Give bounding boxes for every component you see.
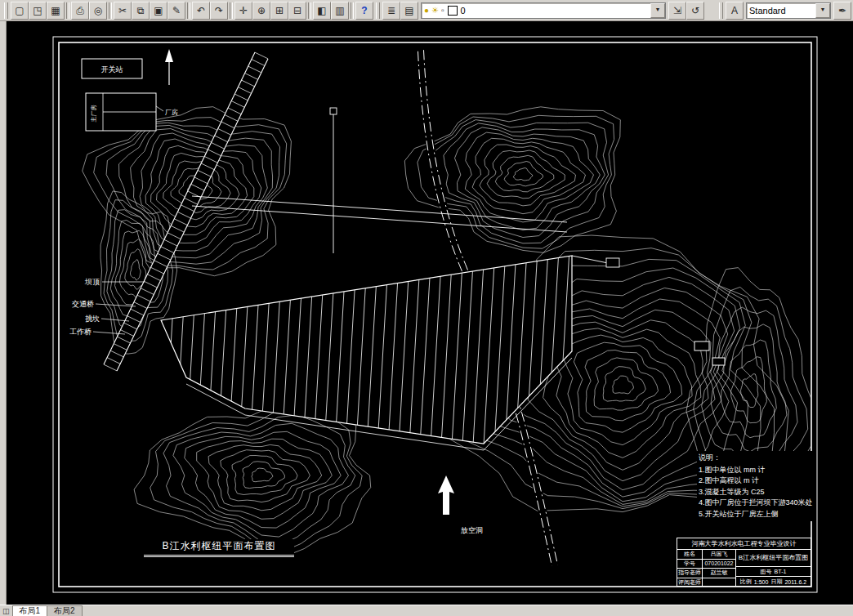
toolbar: ▢ ◳ ▦ ⎙ ◎ ✂ ⧉ ▣ ✎ ↶ ↷ ✛ ⊕ ⊞ ⊟ ◧ ▥ ? ≣ ▤ … <box>0 0 853 21</box>
toolbar-grip[interactable] <box>376 2 380 19</box>
help-icon[interactable]: ? <box>355 2 373 20</box>
style-toolbar-group: A Standard ▼ ✒ <box>717 2 851 20</box>
emptying-tunnel-label: 放空洞 <box>461 526 483 534</box>
cursor-arrow <box>438 475 454 515</box>
pan-icon[interactable]: ✛ <box>234 2 252 20</box>
properties-icon[interactable]: ◧ <box>313 2 331 20</box>
note-item: 3.混凝土等级为 C25 <box>699 487 813 498</box>
app-window: ▢ ◳ ▦ ⎙ ◎ ✂ ⧉ ▣ ✎ ↶ ↷ ✛ ⊕ ⊞ ⊟ ◧ ▥ ? ≣ ▤ … <box>0 0 853 616</box>
title-block-row: 姓名 吕国飞 <box>677 550 735 560</box>
toolbar-separator <box>351 2 354 19</box>
toolbar-separator <box>109 2 112 19</box>
make-layer-current-icon[interactable]: ⇲ <box>668 2 686 20</box>
title-block-header: 河南大学水利水电工程专业毕业设计 <box>677 538 811 550</box>
toolbar-separator <box>187 2 190 19</box>
reviewer-label: 评阅老师 <box>677 578 703 587</box>
date-value: 2011.6.2 <box>784 579 806 585</box>
layer-combo[interactable]: ● ☀ ▫ 0 ▼ <box>421 2 666 19</box>
powerhouse-mark-2 <box>712 358 725 365</box>
toolbar-separator <box>230 2 233 19</box>
north-arrow-icon <box>165 49 173 62</box>
plot-preview-icon[interactable]: ◎ <box>89 2 107 20</box>
scale-value: 1:500 <box>754 579 769 585</box>
scale-label: 比例 <box>740 578 752 586</box>
chevron-down-icon[interactable]: ▼ <box>650 3 665 18</box>
zoom-previous-icon[interactable]: ⊟ <box>288 2 306 20</box>
flip-bucket-label: 挑坎 <box>85 315 100 323</box>
dam-crest-label: 坝顶 <box>84 278 100 286</box>
title-block: 河南大学水利水电工程专业毕业设计 姓名 吕国飞 学号 070201022 指导老… <box>677 538 811 587</box>
axis-marker <box>330 108 337 114</box>
name-label: 姓名 <box>677 550 703 559</box>
notes-heading: 说明： <box>699 453 813 464</box>
layer-color-chip <box>448 6 458 16</box>
toolbar-separator <box>308 2 311 19</box>
approach-line-1 <box>192 196 567 222</box>
note-item: 1.图中单位以 mm 计 <box>699 465 813 476</box>
copy-icon[interactable]: ⧉ <box>132 2 150 20</box>
reviewer-value <box>703 578 735 587</box>
layout-tabs-icon: ◫ <box>2 607 10 615</box>
toolbar-grip[interactable] <box>719 2 723 19</box>
layer-freeze-icon: ☀ <box>431 6 439 15</box>
cut-icon[interactable]: ✂ <box>114 2 132 20</box>
chevron-down-icon[interactable]: ▼ <box>815 3 830 18</box>
zoom-realtime-icon[interactable]: ⊕ <box>252 2 270 20</box>
layer-states-icon[interactable]: ▤ <box>400 2 418 20</box>
pen-icon[interactable]: ✒ <box>833 2 851 20</box>
match-properties-icon[interactable]: ✎ <box>167 2 185 20</box>
note-item: 4.图中厂房位于拦河坝下游340米处 <box>699 498 813 509</box>
intake-box <box>606 258 619 267</box>
traffic-bridge-label: 交通桥 <box>72 300 94 308</box>
plant-callout-leader <box>156 106 163 111</box>
save-icon[interactable]: ▦ <box>47 2 65 20</box>
powerhouse-mark-1 <box>694 341 709 350</box>
current-layer-name: 0 <box>461 6 466 16</box>
layer-previous-icon[interactable]: ↺ <box>686 2 704 20</box>
title-block-row: 学号 070201022 <box>677 560 735 569</box>
name-value: 吕国飞 <box>703 550 735 559</box>
advisor-value: 赵兰敏 <box>703 569 735 578</box>
note-item: 5.开关站位于厂房左上侧 <box>699 509 813 520</box>
paste-icon[interactable]: ▣ <box>150 2 167 20</box>
left-dock-strip <box>0 21 7 605</box>
undo-icon[interactable]: ↶ <box>192 2 210 20</box>
new-icon[interactable]: ▢ <box>11 2 29 20</box>
note-item: 2.图中高程以 m 计 <box>699 475 813 487</box>
title-block-row: 指导老师 赵兰敏 <box>677 569 735 578</box>
drawing-notes: 说明： 1.图中单位以 mm 计 2.图中高程以 m 计 3.混凝土等级为 C2… <box>697 451 815 521</box>
drawing-no-label: 图号 <box>761 568 772 576</box>
main-plant-label: 主厂房 <box>90 105 97 123</box>
date-label: 日期 <box>770 578 782 586</box>
plot-icon[interactable]: ⎙ <box>71 2 89 20</box>
style-combo[interactable]: Standard ▼ <box>746 2 831 19</box>
advisor-label: 指导老师 <box>677 569 703 578</box>
toolbar-separator <box>66 2 69 19</box>
layer-on-icon: ● <box>424 6 429 15</box>
designcenter-icon[interactable]: ▥ <box>331 2 349 20</box>
title-block-row: 评阅老师 <box>677 578 735 587</box>
drawing-canvas[interactable]: 开关站 主厂房 厂房 坝顶 交通桥 挑坎 工作桥 放空洞 <box>7 21 853 605</box>
id-label: 学号 <box>677 560 703 569</box>
zoom-window-icon[interactable]: ⊞ <box>270 2 288 20</box>
toolbar-grip[interactable] <box>4 2 8 19</box>
current-style-name: Standard <box>749 6 786 16</box>
intake-line <box>572 256 608 263</box>
title-block-row: 比例 1:500 日期 2011.6.2 <box>736 577 811 587</box>
title-block-row: 图号 BT-1 <box>736 567 811 578</box>
text-style-icon[interactable]: A <box>726 2 744 20</box>
layer-lock-icon: ▫ <box>441 6 444 15</box>
layers-icon[interactable]: ≣ <box>382 2 400 20</box>
redo-icon[interactable]: ↷ <box>210 2 228 20</box>
layout-tab-bar: ◫ 布局1 布局2 <box>0 605 853 616</box>
drawing-no-value: BT-1 <box>775 569 787 574</box>
work-bridge-label: 工作桥 <box>69 328 92 336</box>
tab-layout1[interactable]: 布局1 <box>12 605 48 616</box>
drawing-title: B江水利枢纽平面布置图 <box>144 539 294 557</box>
title-block-drawing-name: B江水利枢纽平面布置图 <box>736 550 811 567</box>
tab-layout2[interactable]: 布局2 <box>47 605 83 616</box>
open-icon[interactable]: ◳ <box>29 2 47 20</box>
switch-station-label: 开关站 <box>101 65 123 74</box>
plant-callout-label: 厂房 <box>165 109 178 116</box>
id-value: 070201022 <box>703 560 735 569</box>
